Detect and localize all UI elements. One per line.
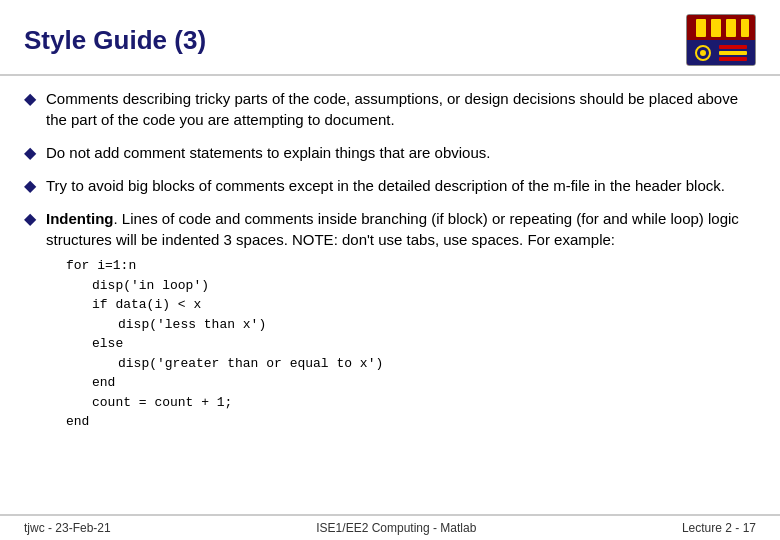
svg-point-7 [700, 50, 706, 56]
code-line-1: for i=1:n [66, 256, 756, 276]
bullet-item-4: ◆ Indenting. Lines of code and comments … [24, 208, 756, 432]
svg-rect-10 [719, 57, 747, 61]
bullet-list: ◆ Comments describing tricky parts of th… [24, 88, 756, 432]
svg-rect-2 [711, 19, 721, 37]
code-line-3: if data(i) < x [66, 295, 756, 315]
university-logo [686, 14, 756, 66]
code-line-7: end [66, 373, 756, 393]
bullet-text-1: Comments describing tricky parts of the … [46, 88, 756, 130]
slide-footer: tjwc - 23-Feb-21 ISE1/EE2 Computing - Ma… [0, 514, 780, 540]
footer-left: tjwc - 23-Feb-21 [24, 521, 111, 535]
slide-header: Style Guide (3) [0, 0, 780, 76]
svg-rect-4 [741, 19, 749, 37]
indenting-bold: Indenting [46, 210, 114, 227]
slide-title: Style Guide (3) [24, 25, 206, 56]
code-line-5: else [66, 334, 756, 354]
logo-top [687, 15, 755, 40]
bullet-diamond-2: ◆ [24, 143, 36, 162]
code-line-6: disp('greater than or equal to x') [66, 354, 756, 374]
bullet-diamond-1: ◆ [24, 89, 36, 108]
bullet-text-3: Try to avoid big blocks of comments exce… [46, 175, 725, 196]
code-block: for i=1:n disp('in loop') if data(i) < x… [66, 256, 756, 432]
code-line-2: disp('in loop') [66, 276, 756, 296]
slide: Style Guide (3) [0, 0, 780, 540]
slide-content: ◆ Comments describing tricky parts of th… [0, 76, 780, 514]
bullet-item-2: ◆ Do not add comment statements to expla… [24, 142, 756, 163]
code-line-9: end [66, 412, 756, 432]
bullet-diamond-4: ◆ [24, 209, 36, 228]
svg-rect-1 [696, 19, 706, 37]
logo-bottom [687, 40, 755, 65]
svg-rect-9 [719, 51, 747, 55]
indenting-rest: . Lines of code and comments inside bran… [46, 210, 739, 248]
bullet-item-1: ◆ Comments describing tricky parts of th… [24, 88, 756, 130]
code-line-8: count = count + 1; [66, 393, 756, 413]
svg-rect-8 [719, 45, 747, 49]
code-line-4: disp('less than x') [66, 315, 756, 335]
svg-rect-3 [726, 19, 736, 37]
footer-center: ISE1/EE2 Computing - Matlab [316, 521, 476, 535]
footer-right: Lecture 2 - 17 [682, 521, 756, 535]
bullet-text-4: Indenting. Lines of code and comments in… [46, 208, 756, 432]
bullet-item-3: ◆ Try to avoid big blocks of comments ex… [24, 175, 756, 196]
bullet-diamond-3: ◆ [24, 176, 36, 195]
bullet-text-2: Do not add comment statements to explain… [46, 142, 490, 163]
